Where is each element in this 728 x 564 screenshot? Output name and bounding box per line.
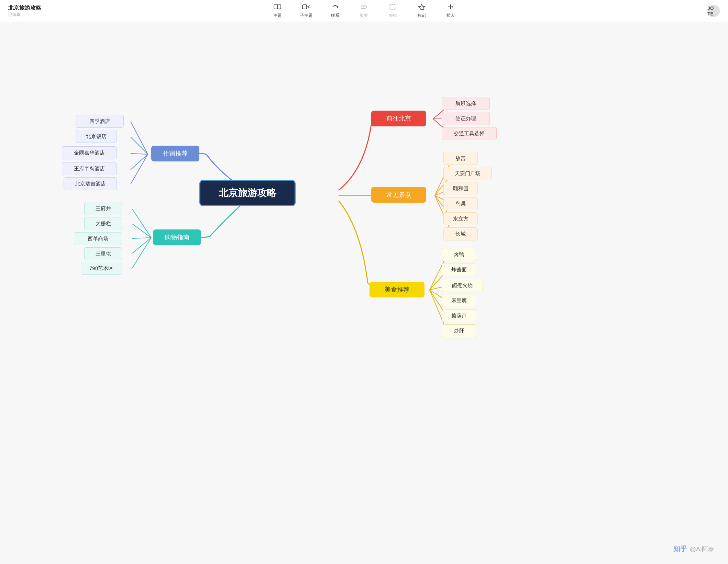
summary-label: 概要: [360, 13, 368, 19]
branch-attractions-label: 常见景点: [386, 191, 411, 199]
leaf-gugong[interactable]: 故宫: [443, 152, 478, 165]
toolbar-subtitle: 已编辑: [8, 12, 63, 18]
theme-icon: [273, 3, 282, 12]
center-label: 北京旅游攻略: [219, 187, 276, 200]
leaf-qianzheng[interactable]: 签证办理: [442, 112, 490, 125]
leaf-wangfujing[interactable]: 王府井: [84, 202, 122, 215]
leaf-yiheyuan[interactable]: 颐和园: [443, 182, 478, 195]
branch-hotel[interactable]: 住宿推荐: [151, 146, 199, 161]
toolbar-btn-link[interactable]: 联系: [328, 3, 343, 19]
canvas: 北京旅游攻略 前往北京 航班选择 签证办理 交通工具选择 常见景点 故宫 天安门…: [0, 22, 728, 564]
leaf-wangfubandao[interactable]: 王府半岛酒店: [62, 162, 117, 175]
link-label: 联系: [331, 13, 339, 19]
toolbar-btn-theme[interactable]: 主题: [270, 3, 285, 19]
toolbar-title: 北京旅游攻略: [8, 4, 63, 12]
toolbar-btn-subtheme[interactable]: 子主题: [299, 3, 314, 19]
insert-label: 插入: [446, 13, 455, 19]
branch-travel[interactable]: 前往北京: [371, 111, 426, 126]
branch-food-label: 美食推荐: [385, 285, 409, 294]
leaf-zhajiang[interactable]: 炸酱面: [442, 263, 476, 276]
leaf-jinyujiahua[interactable]: 金隅嘉华酒店: [62, 146, 117, 159]
leaf-hangban[interactable]: 航班选择: [442, 97, 490, 110]
center-node[interactable]: 北京旅游攻略: [199, 180, 296, 206]
leaf-sijijijiudian[interactable]: 四季酒店: [76, 115, 124, 128]
leaf-shuili[interactable]: 水立方: [443, 212, 478, 225]
mark-icon: [418, 3, 426, 12]
toolbar: 北京旅游攻略 已编辑 主题 子主题 联系 概要: [0, 0, 728, 22]
leaf-beijingruiji[interactable]: 北京瑞吉酒店: [64, 177, 117, 190]
branch-food[interactable]: 美食推荐: [369, 282, 424, 297]
svg-line-38: [132, 238, 151, 268]
watermark-platform: 知乎: [673, 544, 687, 554]
svg-marker-13: [452, 6, 453, 8]
toolbar-right: JO TE: [665, 5, 720, 17]
leaf-xidanshangchang[interactable]: 西单商场: [74, 232, 122, 245]
subtheme-label: 子主题: [300, 13, 312, 19]
svg-line-29: [131, 122, 148, 154]
svg-rect-4: [309, 6, 310, 8]
insert-icon: [446, 3, 455, 12]
leaf-798[interactable]: 798艺术区: [81, 262, 122, 275]
avatar-initials: JO TE: [707, 5, 720, 16]
mark-label: 标记: [418, 13, 426, 19]
frame-label: 外框: [389, 13, 397, 19]
avatar[interactable]: JO TE: [707, 5, 720, 17]
svg-rect-2: [302, 5, 307, 9]
svg-line-37: [132, 238, 151, 253]
frame-icon: [389, 3, 397, 12]
leaf-niaochao[interactable]: 鸟巢: [443, 197, 478, 210]
branch-shopping[interactable]: 购物指南: [153, 229, 201, 245]
leaf-tanghulu[interactable]: 糖葫芦: [442, 309, 476, 322]
svg-line-34: [132, 209, 151, 238]
branch-attractions[interactable]: 常见景点: [371, 187, 426, 203]
branch-shopping-label: 购物指南: [165, 233, 189, 241]
leaf-tiananmen[interactable]: 天安门广场: [443, 167, 492, 180]
svg-line-35: [132, 224, 151, 238]
leaf-sanlitun[interactable]: 三里屯: [84, 247, 122, 260]
svg-marker-10: [419, 4, 425, 10]
leaf-kaoya[interactable]: 烤鸭: [442, 248, 476, 261]
summary-icon: [360, 3, 368, 12]
toolbar-center: 主题 子主题 联系 概要 外框: [63, 3, 665, 19]
subtheme-icon: [302, 3, 310, 12]
toolbar-btn-summary[interactable]: 概要: [356, 3, 372, 19]
svg-line-30: [131, 137, 148, 154]
leaf-chaogan[interactable]: 炒肝: [442, 324, 476, 337]
toolbar-btn-mark[interactable]: 标记: [414, 3, 429, 19]
svg-marker-5: [337, 6, 339, 8]
svg-line-31: [131, 154, 148, 154]
leaf-beijingfandian[interactable]: 北京饭店: [76, 130, 117, 143]
toolbar-btn-insert[interactable]: 插入: [443, 3, 458, 19]
svg-rect-9: [390, 4, 396, 9]
svg-line-36: [132, 238, 151, 238]
watermark: 知乎 @AI阿泰: [673, 544, 714, 554]
link-icon: [331, 3, 339, 12]
svg-line-32: [131, 154, 148, 170]
leaf-changcheng[interactable]: 长城: [443, 227, 478, 240]
leaf-maduofu[interactable]: 麻豆腐: [442, 294, 476, 307]
theme-label: 主题: [273, 13, 282, 19]
toolbar-left: 北京旅游攻略 已编辑: [8, 4, 63, 18]
branch-hotel-label: 住宿推荐: [163, 149, 188, 158]
toolbar-btn-frame[interactable]: 外框: [385, 3, 400, 19]
leaf-dashilan[interactable]: 大栅栏: [84, 217, 122, 230]
svg-line-33: [131, 154, 148, 184]
leaf-luzhui[interactable]: 卤煮火烧: [442, 279, 483, 292]
leaf-jiaotong[interactable]: 交通工具选择: [442, 127, 497, 140]
watermark-user: @AI阿泰: [690, 545, 714, 553]
branch-travel-label: 前往北京: [386, 114, 411, 123]
